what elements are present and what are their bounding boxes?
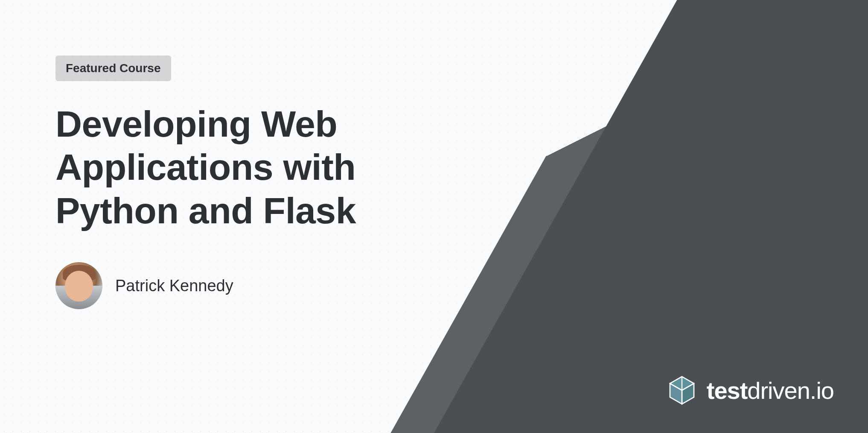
author-avatar bbox=[55, 262, 102, 309]
main-content: Featured Course Developing Web Applicati… bbox=[0, 0, 469, 309]
brand-name: testdriven.io bbox=[707, 377, 834, 404]
author-name: Patrick Kennedy bbox=[115, 277, 233, 295]
brand-name-light: driven.io bbox=[747, 377, 834, 404]
brand-name-bold: test bbox=[707, 377, 748, 404]
course-title: Developing Web Applications with Python … bbox=[55, 102, 469, 232]
brand-logo: testdriven.io bbox=[665, 373, 834, 407]
featured-badge: Featured Course bbox=[55, 56, 171, 81]
author-section: Patrick Kennedy bbox=[55, 262, 469, 309]
testdriven-logo-icon bbox=[665, 373, 699, 407]
